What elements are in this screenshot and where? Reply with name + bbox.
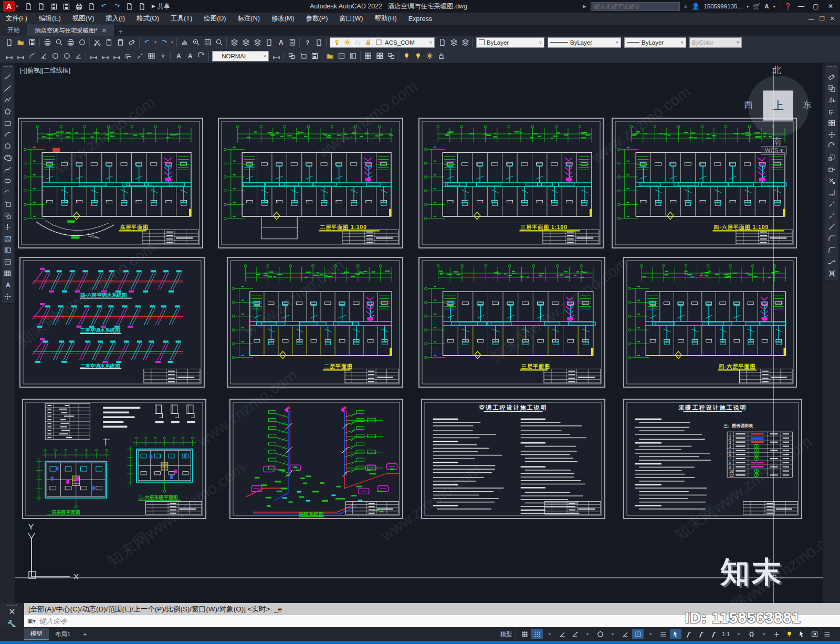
layerstate-icon[interactable] <box>459 37 471 48</box>
region-icon[interactable] <box>2 256 14 267</box>
zoomprev-icon[interactable] <box>213 37 225 48</box>
open-icon[interactable] <box>15 37 26 48</box>
dropdown-caret-icon[interactable]: ▾ <box>153 37 158 48</box>
sheetset-icon[interactable] <box>263 37 275 48</box>
revcloud-icon[interactable] <box>2 152 14 163</box>
menu-item-6[interactable]: 绘图(D) <box>198 13 232 25</box>
groupadd-icon[interactable] <box>362 50 374 62</box>
status-model-toggle[interactable]: 模型 <box>499 629 513 639</box>
lineweight-combo[interactable]: ByLayer˅ <box>624 37 686 48</box>
status-snap-icon[interactable] <box>531 629 543 639</box>
mtext-icon[interactable]: A <box>2 279 14 290</box>
viewcube-north[interactable]: 北 <box>772 64 781 76</box>
viewcube-west[interactable]: 西 <box>744 99 753 111</box>
dropdown-caret-icon[interactable]: ▾ <box>170 37 175 48</box>
autodesk-a-icon[interactable]: A <box>764 3 769 9</box>
polygon-icon[interactable] <box>2 106 14 117</box>
join-icon[interactable] <box>826 221 837 233</box>
pline-icon[interactable] <box>2 94 14 106</box>
layerprev-icon[interactable] <box>448 37 459 48</box>
table-icon[interactable] <box>2 267 14 279</box>
layout-tab-模型[interactable]: 模型 <box>24 628 49 640</box>
pointstyle-icon[interactable] <box>2 290 14 302</box>
command-window-icon[interactable]: ▣▾ <box>27 618 36 625</box>
app-store-cart-icon[interactable]: 🛒 <box>753 3 760 10</box>
search-input[interactable] <box>591 2 680 11</box>
hideobj-icon[interactable] <box>412 50 424 62</box>
zoomwin-icon[interactable] <box>202 37 213 48</box>
menu-item-2[interactable]: 视图(V) <box>67 13 100 25</box>
dimdiameter-icon[interactable] <box>61 50 72 62</box>
dimcenter-icon[interactable] <box>157 50 169 62</box>
menu-item-5[interactable]: 工具(T) <box>165 13 198 25</box>
tab-close-icon[interactable]: ✕ <box>101 27 107 34</box>
menu-item-1[interactable]: 编辑(E) <box>33 13 67 25</box>
sqbox-icon[interactable] <box>374 38 383 47</box>
new-file-icon[interactable] <box>23 1 35 12</box>
stretch-icon[interactable] <box>826 163 837 175</box>
print-preview-icon[interactable] <box>86 1 98 12</box>
model-space-canvas[interactable]: [-][俯视][二维线框] 北 西 东 南 上 WCS ▾ 底层平面图二层平面图… <box>15 63 823 603</box>
mkblock-icon[interactable] <box>2 210 14 221</box>
share-button[interactable]: ➤共享 <box>151 2 170 11</box>
help-icon[interactable]: ❓ <box>784 3 792 10</box>
menu-item-8[interactable]: 修改(M) <box>266 13 300 25</box>
doc-close-button[interactable]: ✕ <box>830 15 835 22</box>
dimtedit-icon[interactable]: A <box>184 50 195 62</box>
calc-icon[interactable] <box>286 37 298 48</box>
circle-icon[interactable] <box>2 140 14 152</box>
xadjust-icon[interactable] <box>347 50 359 62</box>
customize-caret-icon[interactable] <box>123 1 136 12</box>
insblock-icon[interactable] <box>2 198 14 210</box>
close-button[interactable]: ✕ <box>825 3 836 10</box>
status-plus-icon[interactable] <box>771 629 782 639</box>
viewcube-top-face[interactable]: 上 <box>763 90 793 121</box>
command-close-icon[interactable]: ✕ <box>8 607 15 617</box>
menu-item-4[interactable]: 格式(O) <box>131 13 165 25</box>
breakpt-icon[interactable] <box>826 198 837 210</box>
status-isodraft-icon[interactable] <box>594 629 606 639</box>
point-icon[interactable] <box>2 221 14 233</box>
qdim-icon[interactable] <box>88 50 99 62</box>
redo-icon[interactable] <box>158 37 170 48</box>
status-caret-icon[interactable]: ▾ <box>645 629 656 639</box>
save-icon[interactable] <box>26 37 38 48</box>
linetype-combo[interactable]: ByLayer˅ <box>548 37 621 48</box>
bulb-icon[interactable] <box>332 38 341 47</box>
line-icon[interactable] <box>2 71 14 82</box>
viewcube-east[interactable]: 东 <box>803 99 812 111</box>
lock-icon[interactable] <box>364 38 372 47</box>
dimlinear-icon[interactable] <box>3 50 15 62</box>
xclip-icon[interactable] <box>335 50 347 62</box>
layout-add-button[interactable]: + <box>77 629 93 639</box>
move-icon[interactable] <box>826 129 837 140</box>
spline-icon[interactable] <box>2 163 14 175</box>
status-ortho-icon[interactable] <box>556 629 568 639</box>
undo-icon[interactable] <box>98 1 111 12</box>
menu-item-11[interactable]: 帮助(H) <box>369 13 402 25</box>
redo-icon[interactable] <box>111 1 123 12</box>
new-icon[interactable] <box>3 37 15 48</box>
preview-icon[interactable] <box>53 37 65 48</box>
tab-document[interactable]: 酒店空调与住宅采暖图*✕ <box>27 25 114 36</box>
search-expand-icon[interactable]: ▶ <box>583 4 586 9</box>
offset-icon[interactable] <box>826 106 837 117</box>
publish-icon[interactable] <box>65 37 76 48</box>
viewport-controls-label[interactable]: [-][俯视][二维线框] <box>20 66 70 75</box>
zoom-icon[interactable] <box>190 37 202 48</box>
layer-combo[interactable]: ACS_COM˅ <box>330 37 435 48</box>
status-caret-icon[interactable]: ▾ <box>758 629 770 639</box>
layermgr-icon[interactable] <box>240 37 251 48</box>
status-dyninput-icon[interactable] <box>670 629 681 639</box>
menu-item-9[interactable]: 参数(P) <box>300 13 334 25</box>
scale-icon[interactable] <box>826 152 837 163</box>
share-plane-icon[interactable] <box>136 1 149 12</box>
chamfer-icon[interactable] <box>826 233 837 244</box>
command-grip[interactable] <box>7 605 17 606</box>
share2-icon[interactable] <box>313 37 324 48</box>
save-as-icon[interactable] <box>60 1 73 12</box>
hatch-icon[interactable] <box>2 233 14 244</box>
copy-icon[interactable] <box>103 37 114 48</box>
status-caret-icon[interactable]: ▾ <box>733 629 744 639</box>
rotate-icon[interactable] <box>826 140 837 152</box>
